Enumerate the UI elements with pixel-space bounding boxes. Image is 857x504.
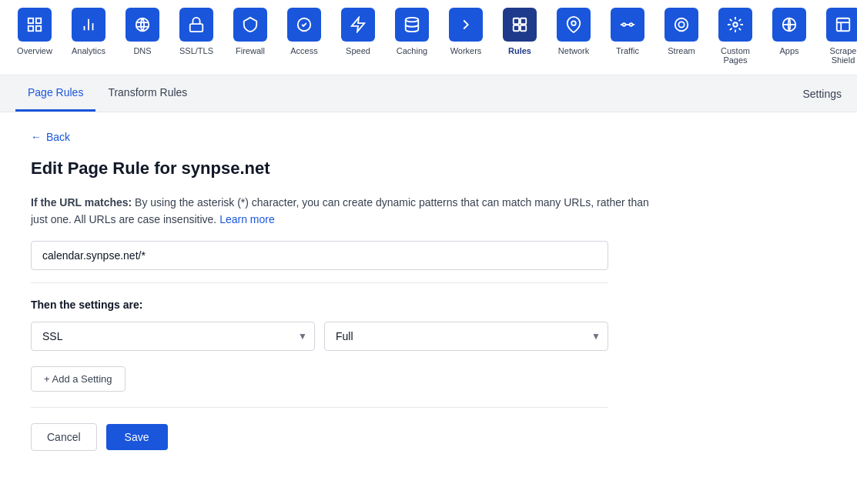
svg-rect-15: [521, 18, 526, 24]
back-link[interactable]: ← Back: [31, 131, 70, 143]
nav-label-firewall: Firewall: [236, 46, 265, 55]
svg-point-18: [571, 21, 576, 25]
apps-icon: [772, 8, 806, 42]
nav-label-workers: Workers: [450, 46, 482, 55]
workers-icon: [449, 8, 483, 42]
dns-icon: [126, 8, 159, 42]
nav-item-apps[interactable]: Apps: [762, 0, 816, 65]
nav-label-traffic: Traffic: [616, 46, 639, 55]
nav-label-stream: Stream: [668, 46, 695, 55]
stream-icon: [665, 8, 698, 42]
speed-icon: [341, 8, 375, 42]
custom-pages-icon: [718, 8, 752, 42]
page-title: Edit Page Rule for synpse.net: [31, 159, 662, 179]
svg-point-23: [733, 22, 738, 27]
sub-navigation: Page Rules Transform Rules Settings: [0, 75, 857, 112]
nav-item-network[interactable]: Network: [547, 0, 601, 65]
caching-icon: [395, 8, 429, 42]
scrape-shield-icon: [826, 8, 857, 42]
svg-rect-2: [28, 26, 33, 31]
nav-item-ssl[interactable]: SSL/TLS: [169, 0, 223, 65]
svg-rect-17: [521, 25, 526, 31]
url-info-text: If the URL matches: By using the asteris…: [31, 194, 662, 229]
nav-item-stream[interactable]: Stream: [654, 0, 708, 65]
rules-icon: [503, 8, 537, 42]
nav-item-dns[interactable]: DNS: [115, 0, 169, 65]
nav-label-apps: Apps: [779, 46, 798, 55]
full-select-wrapper: Full Off Flexible Full (Strict) ▼: [324, 322, 608, 351]
svg-point-22: [678, 22, 684, 27]
nav-item-access[interactable]: Access: [277, 0, 331, 65]
full-select[interactable]: Full Off Flexible Full (Strict): [324, 322, 608, 351]
settings-link[interactable]: Settings: [802, 77, 842, 111]
firewall-icon: [233, 8, 267, 42]
url-match-input[interactable]: [31, 241, 608, 270]
nav-item-rules[interactable]: Rules: [493, 0, 547, 63]
add-setting-button[interactable]: + Add a Setting: [31, 366, 126, 392]
svg-rect-14: [514, 18, 519, 24]
nav-label-network: Network: [558, 46, 589, 55]
svg-rect-26: [837, 18, 850, 32]
tab-page-rules[interactable]: Page Rules: [15, 75, 95, 112]
url-matches-label: If the URL matches:: [31, 196, 132, 209]
settings-section-label: Then the settings are:: [31, 299, 662, 311]
nav-label-scrape-shield: Scrape Shield: [822, 46, 857, 65]
svg-rect-3: [36, 26, 41, 31]
action-row: Cancel Save: [31, 423, 662, 451]
main-content: ← Back Edit Page Rule for synpse.net If …: [0, 112, 693, 469]
divider-1: [31, 282, 608, 283]
svg-point-20: [630, 23, 633, 26]
ssl-select[interactable]: SSL Always Use HTTPS Browser Cache TTL C…: [31, 322, 315, 351]
nav-label-custom-pages: Custom Pages: [715, 46, 756, 65]
nav-label-analytics: Analytics: [72, 46, 105, 55]
access-icon: [287, 8, 321, 42]
divider-2: [31, 407, 608, 408]
nav-item-traffic[interactable]: Traffic: [601, 0, 654, 65]
nav-label-overview: Overview: [17, 46, 52, 55]
nav-item-firewall[interactable]: Firewall: [223, 0, 277, 65]
cancel-button[interactable]: Cancel: [31, 423, 97, 451]
add-setting-label: + Add a Setting: [44, 373, 112, 385]
svg-rect-10: [190, 24, 203, 32]
nav-label-ssl: SSL/TLS: [179, 46, 213, 55]
svg-point-7: [136, 18, 149, 32]
nav-item-workers[interactable]: Workers: [439, 0, 493, 65]
tab-transform-rules[interactable]: Transform Rules: [95, 75, 199, 112]
svg-rect-16: [514, 25, 519, 31]
nav-item-scrape-shield[interactable]: Scrape Shield: [816, 0, 857, 75]
ssl-select-wrapper: SSL Always Use HTTPS Browser Cache TTL C…: [31, 322, 315, 351]
nav-item-caching[interactable]: Caching: [385, 0, 439, 65]
svg-point-19: [623, 23, 626, 26]
sub-nav-left: Page Rules Transform Rules: [15, 75, 199, 112]
nav-item-overview[interactable]: Overview: [8, 0, 62, 65]
nav-label-dns: DNS: [133, 46, 151, 55]
svg-marker-12: [352, 18, 365, 32]
nav-label-caching: Caching: [397, 46, 427, 55]
ssl-icon: [179, 8, 213, 42]
svg-point-13: [406, 18, 419, 22]
nav-item-speed[interactable]: Speed: [331, 0, 385, 65]
back-arrow-icon: ←: [31, 131, 42, 143]
nav-label-rules: Rules: [508, 46, 531, 55]
nav-label-access: Access: [290, 46, 317, 55]
save-button[interactable]: Save: [106, 424, 168, 450]
svg-point-21: [675, 18, 688, 32]
nav-label-speed: Speed: [346, 46, 370, 55]
network-icon: [557, 8, 591, 42]
settings-row: SSL Always Use HTTPS Browser Cache TTL C…: [31, 322, 608, 351]
learn-more-link[interactable]: Learn more: [219, 213, 275, 225]
nav-item-custom-pages[interactable]: Custom Pages: [708, 0, 762, 75]
traffic-icon: [611, 8, 644, 42]
top-navigation: Overview Analytics DNS SSL/TLS Firewall …: [0, 0, 857, 75]
svg-rect-0: [28, 18, 33, 23]
svg-rect-1: [36, 18, 41, 23]
back-label: Back: [46, 131, 70, 143]
nav-item-analytics[interactable]: Analytics: [62, 0, 115, 65]
overview-icon: [18, 8, 52, 42]
analytics-icon: [72, 8, 105, 42]
